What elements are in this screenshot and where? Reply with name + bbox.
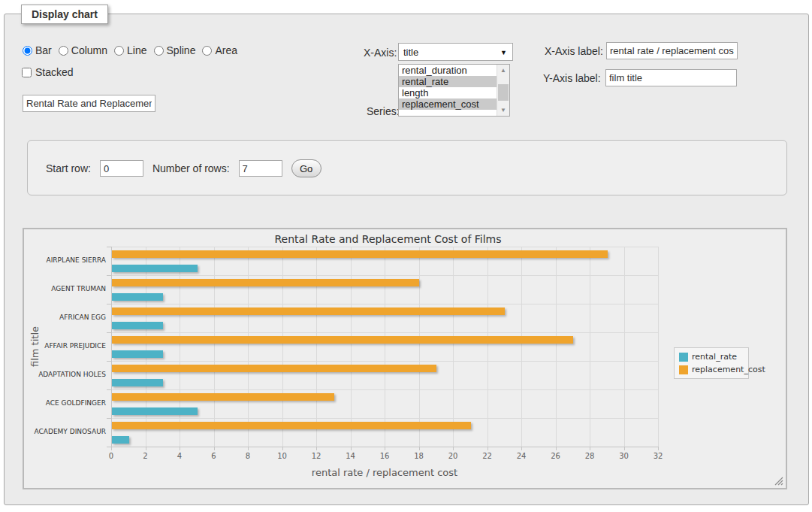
gridline: [556, 247, 557, 447]
legend-swatch-icon: [679, 365, 688, 374]
x-axis-line: [111, 447, 658, 447]
series-option-replacement_cost[interactable]: replacement_cost: [399, 98, 497, 110]
chart-container: Rental Rate and Replacement Cost of Film…: [23, 228, 787, 489]
bar-replacement_cost[interactable]: [112, 365, 436, 372]
go-button[interactable]: Go: [291, 159, 321, 177]
gridline: [282, 247, 283, 447]
chart-type-radios: BarColumnLineSplineArea: [23, 44, 237, 56]
chart-type-option-label: Area: [215, 44, 237, 56]
x-tick-label: 0: [100, 452, 122, 460]
bar-replacement_cost[interactable]: [112, 250, 608, 258]
chart-legend: rental_ratereplacement_cost: [674, 347, 749, 379]
chart-type-radio-column[interactable]: [59, 46, 68, 56]
gridline: [248, 247, 249, 447]
gridline: [316, 247, 317, 447]
x-tick-label: 30: [613, 452, 635, 460]
bar-rental_rate[interactable]: [112, 407, 198, 415]
resize-grip-icon[interactable]: [774, 477, 783, 486]
chart-type-option-label: Line: [127, 44, 146, 56]
gridline: [180, 247, 180, 447]
listbox-scrollbar[interactable]: ▲ ▼: [497, 65, 509, 116]
bar-replacement_cost[interactable]: [112, 279, 419, 286]
chart-type-option-spline[interactable]: Spline: [154, 44, 196, 56]
x-tick: [658, 447, 659, 450]
y-axis-line: [111, 247, 112, 447]
x-tick-label: 18: [408, 452, 430, 460]
x-tick-label: 4: [168, 452, 191, 460]
num-rows-input[interactable]: [239, 160, 282, 177]
legend-item-rental_rate[interactable]: rental_rate: [679, 352, 744, 362]
stacked-checkbox-row[interactable]: Stacked: [22, 66, 74, 78]
gridline: [521, 247, 522, 447]
x-tick-label: 12: [305, 452, 328, 460]
series-listbox[interactable]: rental_durationrental_ratelengthreplacem…: [398, 64, 510, 117]
x-axis-label-input[interactable]: [606, 42, 738, 59]
y-axis-label-caption: Y-Axis label:: [543, 72, 601, 84]
x-tick-label: 16: [373, 452, 396, 460]
gridline: [590, 247, 590, 447]
series-option-length[interactable]: length: [399, 87, 497, 98]
gridline: [453, 247, 454, 447]
gridline: [214, 247, 215, 447]
series-option-rental_rate[interactable]: rental_rate: [399, 76, 497, 87]
start-row-input[interactable]: [100, 160, 143, 177]
chart-type-option-label: Column: [71, 44, 107, 56]
legend-item-label: rental_rate: [692, 352, 737, 362]
series-option-rental_duration[interactable]: rental_duration: [399, 65, 497, 76]
x-tick-label: 14: [340, 452, 362, 460]
legend-swatch-icon: [679, 353, 688, 362]
y-axis-title: film title: [29, 247, 41, 447]
x-axis-title: rental rate / replacement cost: [111, 467, 658, 478]
bar-rental_rate[interactable]: [112, 322, 163, 329]
x-tick-label: 8: [237, 452, 259, 460]
gridline: [419, 247, 420, 447]
scroll-down-icon[interactable]: ▼: [497, 105, 509, 116]
gridline: [385, 247, 385, 447]
chart-type-option-label: Spline: [167, 44, 196, 56]
bar-rental_rate[interactable]: [112, 350, 163, 358]
chart-type-option-column[interactable]: Column: [59, 44, 107, 56]
chevron-down-icon: ▼: [500, 49, 507, 56]
start-row-label: Start row:: [46, 162, 91, 174]
bar-replacement_cost[interactable]: [112, 336, 573, 344]
series-options: rental_durationrental_ratelengthreplacem…: [399, 65, 497, 110]
x-axis-select[interactable]: title ▼: [398, 43, 513, 61]
page: Display chart BarColumnLineSplineArea St…: [0, 0, 812, 512]
bar-rental_rate[interactable]: [112, 436, 129, 444]
gridline: [488, 247, 488, 447]
num-rows-label: Number of rows:: [152, 162, 230, 174]
chart-type-radio-spline[interactable]: [154, 46, 164, 56]
gridline: [624, 247, 625, 447]
chart-type-option-bar[interactable]: Bar: [23, 44, 52, 56]
chart-type-radio-area[interactable]: [202, 46, 212, 56]
gridline: [146, 247, 146, 447]
chart-title-input[interactable]: [23, 95, 155, 112]
bar-replacement_cost[interactable]: [112, 393, 334, 401]
bar-replacement_cost[interactable]: [112, 422, 471, 429]
gridline: [351, 247, 352, 447]
bar-replacement_cost[interactable]: [112, 308, 505, 315]
chart-type-radio-line[interactable]: [114, 46, 124, 56]
legend-item-label: replacement_cost: [692, 365, 765, 374]
chart-type-option-area[interactable]: Area: [202, 44, 237, 56]
scroll-up-icon[interactable]: ▲: [497, 65, 509, 76]
x-tick-label: 24: [510, 452, 533, 460]
row-params-row: Start row: Number of rows: Go: [46, 159, 321, 177]
bar-rental_rate[interactable]: [112, 265, 198, 272]
x-tick-label: 26: [545, 452, 567, 460]
bar-rental_rate[interactable]: [112, 379, 163, 386]
bar-rental_rate[interactable]: [112, 293, 163, 301]
x-tick-label: 10: [271, 452, 294, 460]
y-axis-label-input[interactable]: [605, 69, 737, 86]
x-tick-label: 28: [578, 452, 601, 460]
x-tick-label: 20: [442, 452, 464, 460]
x-tick-label: 32: [647, 452, 669, 460]
x-tick-label: 2: [134, 452, 157, 460]
chart-type-radio-bar[interactable]: [23, 46, 32, 56]
stacked-checkbox[interactable]: [22, 68, 32, 77]
legend-item-replacement_cost[interactable]: replacement_cost: [679, 365, 744, 374]
gridline: [658, 247, 659, 447]
chart-type-option-line[interactable]: Line: [114, 44, 146, 56]
x-axis-select-label: X-Axis:: [364, 47, 397, 59]
scrollbar-thumb[interactable]: [498, 84, 509, 101]
